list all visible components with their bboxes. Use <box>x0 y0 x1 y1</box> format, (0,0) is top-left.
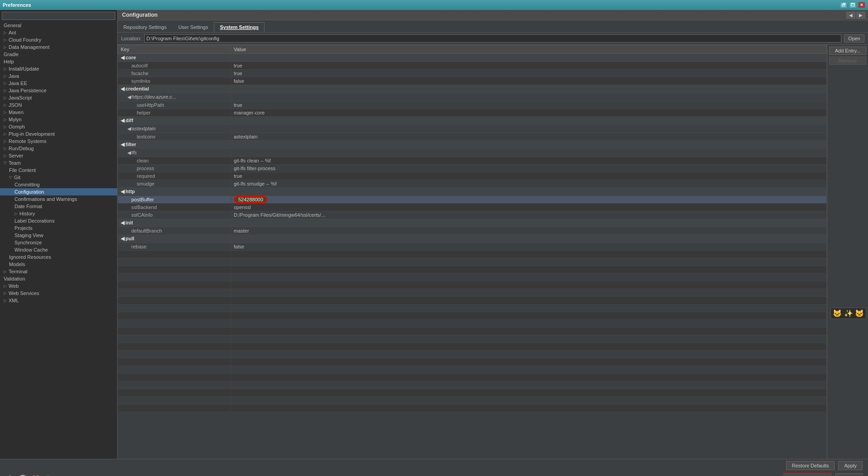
sidebar-item-remote-systems[interactable]: ▷ Remote Systems <box>0 138 117 145</box>
table-row[interactable] <box>118 381 827 389</box>
sidebar-item-json[interactable]: ▷ JSON <box>0 101 117 109</box>
apply-and-close-button[interactable]: Apply and Close <box>783 473 832 476</box>
sidebar-item-ignored-resources[interactable]: Ignored Resources <box>0 253 117 261</box>
table-row[interactable] <box>118 358 827 366</box>
table-row[interactable]: ◀ credential <box>118 85 827 93</box>
help-icon-btn[interactable]: ? <box>5 473 14 476</box>
sidebar-item-terminal[interactable]: ▷ Terminal <box>0 268 117 275</box>
table-row[interactable]: sslBackendopenssl <box>118 204 827 211</box>
sidebar-item-java-ee[interactable]: ▷ Java EE <box>0 80 117 87</box>
sidebar-item-confirmations-warnings[interactable]: Confirmations and Warnings <box>0 195 117 203</box>
apply-button[interactable]: Apply <box>838 461 863 470</box>
sidebar-item-web[interactable]: ▷ Web <box>0 282 117 290</box>
back-btn[interactable]: ◀ <box>846 12 855 19</box>
table-row[interactable]: cleangit-lfs clean -- %f <box>118 157 827 165</box>
sidebar-item-history[interactable]: ▷ History <box>0 210 117 217</box>
sidebar-item-label-decorations[interactable]: Label Decorations <box>0 217 117 224</box>
table-row[interactable] <box>118 297 827 305</box>
table-row[interactable]: postBuffer 524288000 <box>118 196 827 204</box>
table-row[interactable]: ◀ lfs <box>118 149 827 157</box>
table-row[interactable]: ◀ filter <box>118 141 827 149</box>
table-row[interactable]: ◀ init <box>118 219 827 227</box>
close-btn[interactable]: ✕ <box>858 2 865 8</box>
restore-defaults-button[interactable]: Restore Defaults <box>786 461 835 470</box>
sidebar-item-configuration[interactable]: Configuration <box>0 188 117 195</box>
sidebar-item-help[interactable]: Help <box>0 58 117 65</box>
sidebar-item-general[interactable]: General <box>0 22 117 29</box>
sidebar-item-install-update[interactable]: ▷ Install/Update <box>0 65 117 72</box>
table-row[interactable]: smudgegit-lfs smudge -- %f <box>118 180 827 188</box>
table-row[interactable] <box>118 328 827 335</box>
sidebar-item-git[interactable]: ▽ Git <box>0 174 117 181</box>
folder-icon-btn[interactable]: 📁 <box>31 473 40 476</box>
sidebar-item-data-management[interactable]: ▷ Data Management <box>0 43 117 51</box>
sidebar-item-ant[interactable]: ▷ Ant <box>0 29 117 36</box>
table-row[interactable] <box>118 343 827 351</box>
table-row[interactable] <box>118 289 827 297</box>
sidebar-item-maven[interactable]: ▷ Maven <box>0 109 117 116</box>
cancel-button[interactable]: Cancel <box>835 473 863 476</box>
open-button[interactable]: Open <box>844 34 864 43</box>
sidebar-item-cloud-foundry[interactable]: ▷ Cloud Foundry <box>0 36 117 43</box>
table-row[interactable] <box>118 281 827 289</box>
table-row[interactable]: ◀ astextplain <box>118 125 827 133</box>
sidebar-item-run-debug[interactable]: ▷ Run/Debug <box>0 145 117 152</box>
forward-btn[interactable]: ▶ <box>856 12 865 19</box>
table-row[interactable] <box>118 389 827 397</box>
sidebar-item-plugin-development[interactable]: ▷ Plug-in Development <box>0 130 117 138</box>
sidebar-item-javascript[interactable]: ▷ JavaScript <box>0 94 117 101</box>
sidebar-item-team[interactable]: ▽ Team <box>0 159 117 167</box>
table-row[interactable]: ◀ diff <box>118 117 827 125</box>
sidebar-item-window-cache[interactable]: Window Cache <box>0 246 117 253</box>
table-row[interactable]: autocrlftrue <box>118 62 827 70</box>
sidebar-item-models[interactable]: Models <box>0 261 117 268</box>
table-row[interactable]: useHttpPathtrue <box>118 101 827 109</box>
sidebar-item-date-format[interactable]: Date Format <box>0 203 117 210</box>
sidebar-item-validation[interactable]: Validation <box>0 275 117 282</box>
sidebar-item-server[interactable]: ▷ Server <box>0 152 117 159</box>
table-row[interactable] <box>118 312 827 320</box>
location-input[interactable] <box>144 34 841 43</box>
table-row[interactable] <box>118 397 827 405</box>
table-row[interactable] <box>118 251 827 258</box>
table-row[interactable] <box>118 405 827 412</box>
sidebar-item-oomph[interactable]: ▷ Oomph <box>0 123 117 130</box>
restore-btn[interactable]: 🗗 <box>840 2 847 8</box>
table-row[interactable] <box>118 320 827 328</box>
tab-repository-settings[interactable]: Repository Settings <box>118 22 172 32</box>
table-row[interactable]: ◀ https://dev.azure.c... <box>118 93 827 101</box>
sidebar-item-committing[interactable]: Committing <box>0 181 117 188</box>
sidebar-item-projects[interactable]: Projects <box>0 224 117 232</box>
table-row[interactable] <box>118 351 827 358</box>
sidebar-item-gradle[interactable]: Gradle <box>0 51 117 58</box>
sidebar-item-java[interactable]: ▷ Java <box>0 72 117 80</box>
sidebar-search-input[interactable] <box>2 12 115 20</box>
table-row[interactable] <box>118 258 827 266</box>
table-row[interactable]: textconvastextplain <box>118 133 827 141</box>
maximize-btn[interactable]: 🗖 <box>849 2 856 8</box>
sidebar-item-mylyn[interactable]: ▷ Mylyn <box>0 116 117 123</box>
clipboard-icon-btn[interactable]: 📋 <box>18 473 27 476</box>
table-row[interactable]: ◀ http <box>118 188 827 196</box>
table-row[interactable] <box>118 366 827 374</box>
table-row[interactable]: processgit-lfs filter-process <box>118 165 827 172</box>
table-row[interactable]: defaultBranchmaster <box>118 227 827 235</box>
table-row[interactable] <box>118 305 827 312</box>
table-row[interactable]: sslCAInfoD:/Program Files/Git/mingw64/ss… <box>118 211 827 219</box>
remove-button[interactable]: Remove <box>829 57 866 65</box>
table-row[interactable] <box>118 335 827 343</box>
settings-icon-btn[interactable]: ⚙ <box>43 473 52 476</box>
sidebar-item-file-content[interactable]: File Content <box>0 167 117 174</box>
table-row[interactable]: ◀ core <box>118 54 827 62</box>
table-row[interactable] <box>118 374 827 381</box>
add-entry-button[interactable]: Add Entry... <box>829 47 866 55</box>
table-row[interactable] <box>118 266 827 274</box>
sidebar-item-xml[interactable]: ▷ XML <box>0 297 117 304</box>
table-row[interactable] <box>118 274 827 281</box>
sidebar-item-java-persistence[interactable]: ▷ Java Persistence <box>0 87 117 94</box>
sidebar-item-synchronize[interactable]: Synchronize <box>0 239 117 246</box>
table-row[interactable]: fscachetrue <box>118 70 827 77</box>
sidebar-item-staging-view[interactable]: Staging View <box>0 232 117 239</box>
sidebar-item-web-services[interactable]: ▷ Web Services <box>0 290 117 297</box>
table-row[interactable]: ◀ pull <box>118 235 827 243</box>
